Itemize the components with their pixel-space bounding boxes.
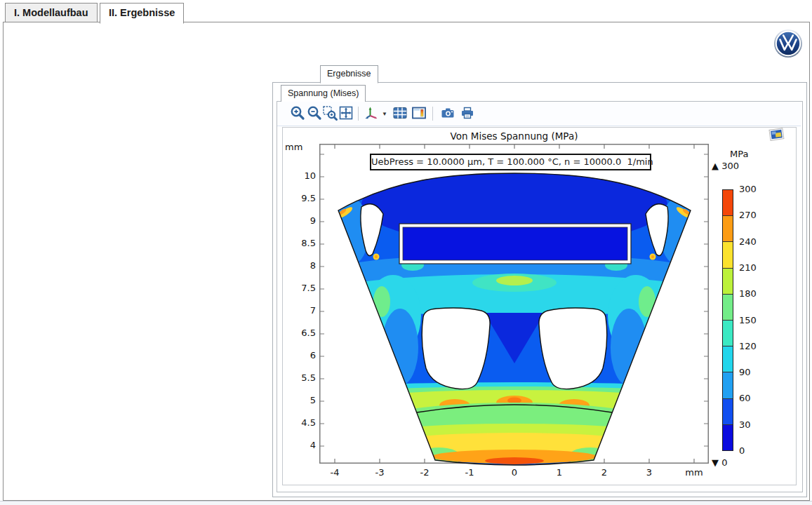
toolbar-separator [432,107,433,121]
plot-title: Von Mises Spannung (MPa) [319,130,709,142]
colorbar-tick: 90 [739,367,768,377]
view-orientation-button[interactable] [364,105,381,122]
colorbar-under-label: ▼ 0 [712,457,727,468]
mises-contour-plot [283,127,796,485]
tab-ergebnisse[interactable]: II. Ergebnisse [100,3,184,24]
colorbar-tick: 150 [739,315,768,325]
colorbar-tick: 240 [739,236,768,247]
colorbar-tick: 30 [739,419,768,430]
plot-image-icon[interactable] [768,127,786,144]
view-orientation-icon [364,105,380,121]
graphics-toolbar: ▼ [277,102,801,126]
zoom-extents-button[interactable] [338,105,355,122]
tab-ergebnisse-label: II. Ergebnisse [109,7,175,18]
colorbar-tick: 180 [739,288,768,299]
y-tick: 6 [284,350,316,361]
x-tick: 1 [545,467,573,478]
y-tick: 7 [284,305,316,316]
camera-icon [440,105,455,121]
x-tick: -3 [366,467,394,478]
y-tick: 8.5 [284,238,316,248]
zoom-box-button[interactable] [322,105,339,122]
colorbar-tick: 0 [739,445,768,456]
y-tick: 7.5 [284,283,316,293]
snapshot-button[interactable] [440,105,457,122]
y-tick: 9 [284,215,316,226]
zoom-out-icon [307,105,322,121]
y-tick: 4 [284,440,316,450]
tab-ergebnisse-plot[interactable]: Ergebnisse [320,65,378,83]
zoom-out-button[interactable] [307,105,324,122]
y-tick: 4.5 [284,417,316,428]
grid-toggle-button[interactable] [392,105,409,122]
tab-spannung-mises-label: Spannung (Mises) [288,88,359,98]
colorbar-tick: 270 [739,210,768,220]
y-tick: 9.5 [284,193,316,203]
y-tick: 5.5 [284,372,316,383]
y-tick: 5 [284,395,316,405]
colorbar [722,189,733,451]
legend-icon [411,105,427,121]
tab-modellaufbau-label: I. Modellaufbau [14,7,88,18]
window-bottom-strip [0,501,812,505]
y-axis-unit: mm [285,142,302,152]
colorbar-tick: 300 [739,184,768,194]
colorbar-segment [723,346,733,372]
colorbar-segment [723,425,733,450]
zoom-in-icon [290,105,305,121]
tab-ergebnisse-plot-label: Ergebnisse [327,69,371,79]
view-orientation-dropdown-caret[interactable]: ▼ [382,111,387,117]
colorbar-segment [723,321,733,346]
colorbar-segment [723,242,733,268]
colorbar-segment [723,399,733,425]
colorbar-segment [723,295,733,321]
plot-annotation: UebPress = 10.0000 µm, T = 100.000 °C, n… [370,154,651,170]
legend-toggle-button[interactable] [411,105,428,122]
zoom-in-button[interactable] [290,105,307,122]
colorbar-segment [723,269,733,295]
x-tick: -2 [411,467,439,478]
colorbar-unit: MPa [730,149,748,159]
colorbar-segment [723,216,733,242]
x-tick: -1 [455,467,484,478]
colorbar-tick: 60 [739,393,768,403]
colorbar-over-label: ▲ 300 [712,161,739,171]
print-button[interactable] [460,105,477,122]
colorbar-segment [723,190,733,216]
tab-modellaufbau[interactable]: I. Modellaufbau [5,3,98,22]
y-tick: 6.5 [284,328,316,338]
colorbar-tick: 120 [739,341,768,351]
grid-icon [392,105,408,121]
x-axis-unit: mm [680,467,708,478]
y-tick: 8 [284,260,316,271]
zoom-extents-icon [338,105,354,121]
toolbar-separator [358,107,359,121]
vw-logo [773,29,803,58]
x-tick: 3 [635,467,663,478]
x-tick: 2 [590,467,618,478]
y-tick: 10 [284,170,316,181]
zoom-box-icon [322,105,338,121]
x-tick: -4 [321,467,349,478]
printer-icon [460,105,475,121]
tab-spannung-mises[interactable]: Spannung (Mises) [281,85,366,103]
colorbar-segment [723,372,733,398]
colorbar-tick: 210 [739,262,768,273]
x-tick: 0 [500,467,528,478]
